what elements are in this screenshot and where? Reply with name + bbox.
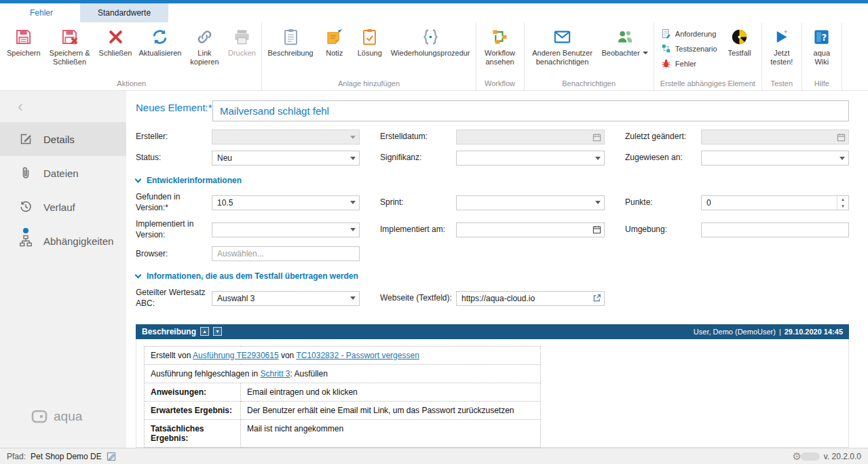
new-element-label: Neues Element:* (136, 100, 212, 121)
ribbon-tabbar: Fehler Standardwerte (0, 3, 868, 22)
status-bar-right: ⚙ v. 20.2.0.0 (792, 451, 861, 461)
clipboard-icon (280, 26, 301, 47)
implementiert-in-version-combobox[interactable] (212, 223, 360, 237)
sidebar-item-abhaengigkeiten[interactable]: Abhängigkeiten (0, 224, 126, 258)
speichern-schliessen-button[interactable]: Speichern & Schließen (44, 23, 96, 68)
ersteller-combobox (212, 130, 360, 144)
geteilter-wertesatz-label: Geteilter Wertesatz ABC: (136, 288, 212, 309)
execution-link[interactable]: Ausführung TE2930615 (193, 351, 279, 360)
beobachter-button[interactable]: Beobachter (599, 23, 652, 59)
geteilter-wertesatz-combobox[interactable]: Auswahl 3 (212, 291, 360, 306)
notiz-label: Notiz (326, 49, 343, 58)
fehler-erstellen-button[interactable]: Fehler (658, 57, 721, 70)
schliessen-button[interactable]: Schließen (96, 23, 136, 59)
section-testfall-infos[interactable]: Informationen, die aus dem Testfall über… (136, 271, 849, 281)
drucken-button: Drucken (224, 23, 259, 59)
aktualisieren-button[interactable]: Aktualisieren (135, 23, 185, 59)
sidebar-item-verlauf[interactable]: Verlauf (0, 190, 126, 224)
step-link[interactable]: Schritt 3 (260, 369, 290, 379)
status-combobox[interactable]: Neu (212, 151, 360, 166)
description-header: Beschreibung ▲ ▼ User, Demo (DemoUser) |… (136, 324, 849, 339)
chevron-down-icon (347, 223, 359, 237)
move-up-icon[interactable]: ▲ (200, 327, 209, 336)
stepper-up-icon[interactable]: ▲ (837, 196, 848, 203)
testfall-button[interactable]: Testfall (722, 23, 757, 59)
browser-input[interactable] (217, 247, 359, 260)
jetzt-testen-button[interactable]: Jetzt testen! (764, 23, 799, 68)
webseite-field[interactable] (456, 291, 605, 306)
row-label: Erwartetes Ergebnis: (145, 401, 241, 419)
move-down-icon[interactable]: ▼ (213, 327, 222, 336)
speichern-schliessen-label: Speichern & Schließen (48, 49, 92, 66)
collapse-sidebar-button[interactable]: ‹ (0, 91, 126, 122)
gear-icon[interactable]: ⚙ (792, 451, 801, 461)
beschreibung-button[interactable]: Beschreibung (264, 23, 316, 59)
back-chevron-icon: ‹ (18, 98, 23, 115)
row-value: Mail ist nicht angekommen (241, 419, 541, 447)
calendar-icon[interactable] (589, 223, 604, 237)
braces-icon (420, 26, 440, 47)
sidebar-item-details[interactable]: Details (0, 122, 126, 156)
row-label: Tatsächliches Ergebnis: (145, 419, 241, 447)
erstelldatum-datepicker (456, 130, 605, 144)
anforderung-button[interactable]: Anforderung (658, 27, 721, 40)
external-link-icon[interactable] (589, 292, 604, 305)
sidebar-spacer (0, 258, 126, 408)
chevron-down-icon (836, 151, 848, 165)
svg-text:?: ? (822, 32, 827, 43)
webseite-input[interactable] (461, 292, 589, 305)
beobachter-label: Beobachter (602, 49, 640, 58)
solution-icon (360, 26, 380, 47)
group-buttons: Speichern Speichern & Schließen Schließe… (3, 23, 259, 78)
edit-path-icon[interactable] (107, 452, 116, 461)
link-kopieren-button[interactable]: Link kopieren (185, 23, 224, 68)
ersteller-label: Ersteller: (136, 132, 212, 142)
notiz-button[interactable]: Notiz (317, 23, 352, 59)
workflow-ansehen-button[interactable]: Workflow ansehen (478, 23, 522, 68)
punkte-label: Punkte: (605, 197, 701, 208)
group-buttons: Workflow ansehen (478, 23, 522, 78)
signifikanz-combobox[interactable] (456, 151, 605, 166)
zugewiesen-an-combobox[interactable] (701, 151, 849, 166)
browser-field[interactable] (212, 246, 360, 261)
section-entwicklerinformationen[interactable]: Entwicklerinformationen (136, 176, 849, 185)
testszenario-button[interactable]: Testszenario (658, 42, 721, 55)
row-label: Anweisungen: (145, 383, 241, 401)
aqua-wiki-button[interactable]: ? aqua Wiki (804, 23, 839, 68)
speichern-button[interactable]: Speichern (3, 23, 44, 59)
description-body: Erstellt von Ausführung TE2930615 von TC… (136, 339, 849, 448)
group-buttons: ? aqua Wiki (804, 23, 839, 78)
element-title-input[interactable] (212, 100, 849, 121)
description-author: User, Demo (DemoUser) (694, 328, 776, 336)
umgebung-input[interactable] (706, 223, 848, 237)
watchers-icon (615, 26, 635, 47)
save-close-icon (60, 26, 80, 47)
wiederholungsprozedur-button[interactable]: Wiederholungsprozedur (388, 23, 474, 59)
row-value: Der Benutzer erhält eine Email mit Link,… (241, 401, 541, 419)
ribbon-group-anlage: Beschreibung Notiz Lösung Wiederholungsp… (262, 22, 476, 90)
sprint-combobox[interactable] (456, 195, 605, 210)
tab-fehler[interactable]: Fehler (12, 3, 71, 22)
gefunden-in-version-combobox[interactable]: 10.5 (212, 195, 360, 210)
benutzer-benachrichtigen-button[interactable]: Anderen Benutzer benachrichtigen (527, 23, 599, 68)
form-grid-entwickler: Gefunden in Version:* 10.5 Sprint: Punkt… (136, 192, 849, 261)
form-grid-general: Ersteller: Erstelldatum: Zuletzt geänder… (136, 130, 849, 166)
calendar-icon (589, 130, 604, 144)
aqua-logo: aqua (0, 408, 126, 448)
group-buttons: Beschreibung Notiz Lösung Wiederholungsp… (264, 23, 473, 78)
sidebar-item-dateien[interactable]: Dateien (0, 156, 126, 190)
implementiert-am-datepicker[interactable] (456, 223, 605, 237)
tab-standardwerte[interactable]: Standardwerte (80, 3, 168, 22)
webseite-label: Webseite (Textfeld): (360, 293, 456, 304)
signifikanz-label: Signifikanz: (360, 153, 456, 163)
stepper-down-icon[interactable]: ▼ (837, 203, 848, 210)
testcase-link[interactable]: TC1032832 - Passwort vergessen (296, 351, 419, 360)
description-meta: User, Demo (DemoUser) | 29.10.2020 14:45 (694, 328, 843, 336)
ribbon-group-testen: Jetzt testen! Testen (762, 22, 802, 90)
umgebung-field[interactable] (701, 223, 849, 237)
meta-separator: | (779, 328, 781, 336)
print-icon (231, 26, 252, 47)
punkte-stepper[interactable]: 0 ▲ ▼ (701, 195, 849, 210)
loesung-button[interactable]: Lösung (352, 23, 388, 59)
group-label-abhaengiges-element: Erstelle abhängiges Element (656, 78, 759, 90)
